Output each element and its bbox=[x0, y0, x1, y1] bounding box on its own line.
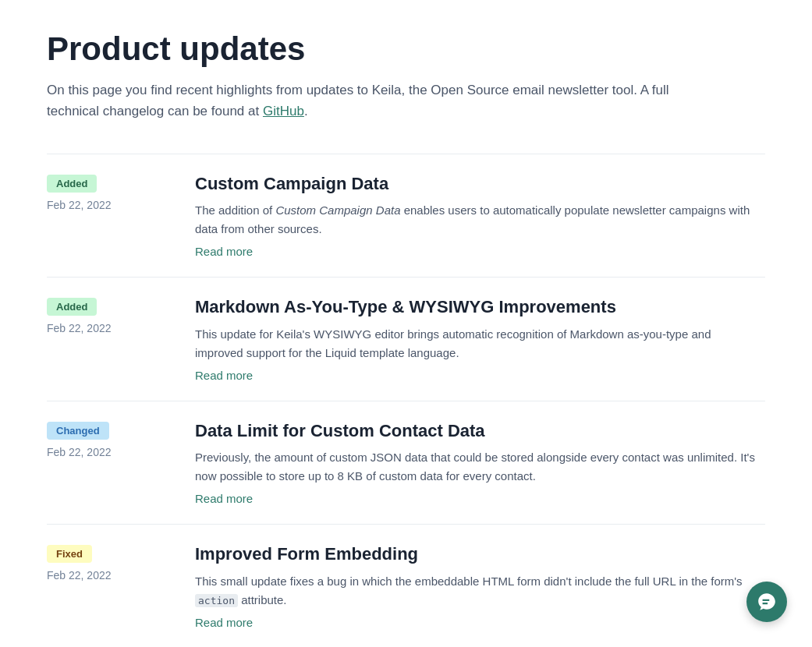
page-title: Product updates bbox=[47, 31, 765, 67]
update-description: This small update fixes a bug in which t… bbox=[195, 572, 757, 610]
update-date: Feb 22, 2022 bbox=[47, 446, 179, 458]
update-content: Data Limit for Custom Contact Data Previ… bbox=[195, 420, 765, 506]
update-title: Data Limit for Custom Contact Data bbox=[195, 420, 765, 443]
update-content: Improved Form Embedding This small updat… bbox=[195, 543, 765, 629]
update-meta: Changed Feb 22, 2022 bbox=[47, 420, 179, 506]
update-badge: Added bbox=[47, 175, 97, 193]
read-more-link[interactable]: Read more bbox=[195, 245, 765, 258]
subtitle-text-2: . bbox=[304, 104, 308, 118]
update-item: Added Feb 22, 2022 Markdown As-You-Type … bbox=[47, 277, 765, 401]
update-description: This update for Keila's WYSIWYG editor b… bbox=[195, 325, 757, 362]
update-badge: Fixed bbox=[47, 545, 92, 563]
read-more-link[interactable]: Read more bbox=[195, 492, 765, 505]
github-link[interactable]: GitHub bbox=[263, 104, 304, 118]
update-description: The addition of Custom Campaign Data ena… bbox=[195, 201, 757, 239]
update-title: Improved Form Embedding bbox=[195, 543, 765, 566]
chat-support-button[interactable] bbox=[746, 582, 787, 622]
read-more-link[interactable]: Read more bbox=[195, 369, 765, 382]
update-meta: Fixed Feb 22, 2022 bbox=[47, 543, 179, 629]
update-content: Markdown As-You-Type & WYSIWYG Improveme… bbox=[195, 296, 765, 382]
read-more-link[interactable]: Read more bbox=[195, 616, 765, 629]
update-meta: Added Feb 22, 2022 bbox=[47, 173, 179, 259]
subtitle-text-1: On this page you find recent highlights … bbox=[47, 83, 669, 118]
update-date: Feb 22, 2022 bbox=[47, 569, 179, 582]
update-item: Changed Feb 22, 2022 Data Limit for Cust… bbox=[47, 401, 765, 525]
update-title: Custom Campaign Data bbox=[195, 173, 765, 196]
update-title: Markdown As-You-Type & WYSIWYG Improveme… bbox=[195, 296, 765, 319]
updates-list: Added Feb 22, 2022 Custom Campaign Data … bbox=[47, 154, 765, 647]
update-date: Feb 22, 2022 bbox=[47, 199, 179, 211]
page-subtitle: On this page you find recent highlights … bbox=[47, 80, 671, 122]
update-item: Added Feb 22, 2022 Custom Campaign Data … bbox=[47, 154, 765, 278]
update-item: Fixed Feb 22, 2022 Improved Form Embeddi… bbox=[47, 524, 765, 647]
update-content: Custom Campaign Data The addition of Cus… bbox=[195, 173, 765, 259]
update-badge: Changed bbox=[47, 422, 109, 440]
update-date: Feb 22, 2022 bbox=[47, 322, 179, 334]
update-description: Previously, the amount of custom JSON da… bbox=[195, 448, 757, 486]
update-badge: Added bbox=[47, 298, 97, 316]
update-meta: Added Feb 22, 2022 bbox=[47, 296, 179, 382]
